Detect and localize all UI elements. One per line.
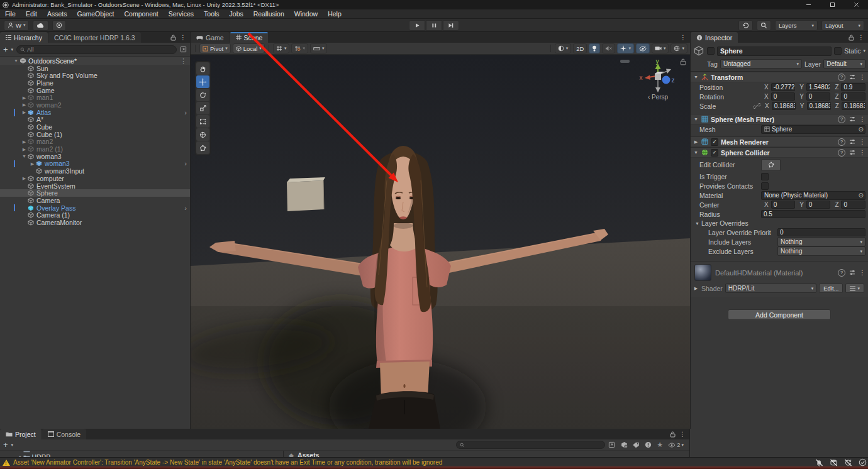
hierarchy-item-eventsystem[interactable]: EventSystem [0, 182, 190, 190]
hierarchy-item-outdoorsscene-[interactable]: ▼OutdoorsScene*⋮ [0, 57, 190, 65]
tab-console[interactable]: Console [42, 429, 87, 439]
expander-icon[interactable]: ▶ [21, 94, 28, 101]
expander-icon[interactable]: ▶ [29, 160, 36, 167]
pause-button[interactable] [426, 20, 442, 31]
edit-collider-tool-button[interactable] [196, 141, 209, 154]
rotation-y-field[interactable]: 0 [806, 92, 831, 101]
hierarchy-item-a-[interactable]: A* [0, 116, 190, 124]
grid-visibility-button[interactable]: ▾ [273, 43, 290, 53]
help-icon[interactable]: ? [838, 116, 845, 123]
menu-file[interactable]: File [0, 9, 21, 18]
hierarchy-item-man2-1-[interactable]: ▶man2 (1) [0, 145, 190, 153]
scene-menu-icon[interactable]: ⋮ [180, 58, 187, 64]
scene-visibility-button[interactable] [636, 43, 650, 53]
is-trigger-checkbox[interactable] [761, 173, 769, 180]
expander-icon[interactable]: ▼ [21, 153, 28, 160]
menu-edit[interactable]: Edit [21, 9, 42, 18]
hierarchy-item-sky-and-fog-volume[interactable]: Sky and Fog Volume [0, 72, 190, 79]
assets-breadcrumb[interactable]: Assets [298, 451, 319, 457]
tool-handle-rotation-dropdown[interactable]: Local▾ [233, 43, 265, 53]
project-folder-tree[interactable]: ▾ ▾ HDRP [0, 451, 283, 457]
hierarchy-item-computer[interactable]: ▶computer [0, 175, 190, 182]
foldout-icon[interactable]: ▶ [693, 140, 699, 145]
minimize-button[interactable] [796, 0, 820, 9]
help-icon[interactable]: ? [838, 74, 845, 81]
menu-help[interactable]: Help [323, 9, 347, 18]
hierarchy-item-woman2[interactable]: ▶woman2 [0, 101, 190, 109]
object-picker-icon[interactable]: ⊙ [859, 192, 864, 199]
hierarchy-item-cameramonitor[interactable]: CameraMonitor [0, 219, 190, 226]
open-search-window-icon[interactable] [608, 441, 615, 448]
lock-icon[interactable] [170, 35, 176, 41]
hierarchy-item-cube[interactable]: Cube [0, 123, 190, 131]
notifications-muted-icon[interactable] [815, 459, 823, 466]
menu-window[interactable]: Window [289, 9, 323, 18]
tab-inspector[interactable]: Inspector [691, 32, 738, 43]
position-z-field[interactable]: 0.9 [841, 83, 865, 91]
presets-icon[interactable] [849, 74, 855, 80]
mesh-renderer-component-header[interactable]: ▶ Mesh Renderer ?⋮ [691, 136, 868, 147]
scene-camera-dropdown[interactable]: ▾ [652, 43, 669, 53]
expander-icon[interactable]: ▶ [21, 138, 28, 145]
transform-tool-button[interactable] [196, 128, 209, 141]
scene-orientation-gizmo[interactable]: y x z ‹ Persp [636, 57, 680, 106]
status-warning-text[interactable]: Asset 'New Animator Controller': Transit… [13, 459, 442, 466]
layers-dropdown[interactable]: Layers▾ [775, 20, 818, 31]
lock-icon[interactable] [670, 431, 676, 438]
center-x-field[interactable]: 0 [771, 201, 796, 209]
provides-contacts-checkbox[interactable] [761, 182, 769, 190]
hierarchy-item-sun[interactable]: Sun [0, 65, 190, 72]
hierarchy-item-plane[interactable]: Plane [0, 79, 190, 87]
lock-icon[interactable] [680, 58, 686, 65]
expander-icon[interactable]: ▶ [21, 146, 28, 153]
scene-effects-dropdown[interactable]: ▾ [617, 43, 634, 53]
scene-menu-icon[interactable]: ⋮ [680, 34, 686, 41]
menu-services[interactable]: Services [164, 9, 199, 18]
mesh-object-field[interactable]: Sphere ⊙ [761, 125, 865, 134]
tab-scene[interactable]: Scene [230, 32, 269, 43]
link-scale-icon[interactable] [754, 103, 760, 109]
object-name-field[interactable]: Sphere [717, 47, 832, 56]
tab-hierarchy[interactable]: Hierarchy [0, 32, 48, 43]
hierarchy-item-woman3[interactable]: ▶woman3› [0, 160, 190, 168]
layout-dropdown[interactable]: Layout▾ [821, 20, 864, 31]
splitter-handle-icon[interactable]: ◆ [289, 451, 294, 457]
component-menu-icon[interactable]: ⋮ [859, 74, 865, 80]
expander-icon[interactable]: ▼ [13, 57, 19, 64]
services-button[interactable] [52, 20, 66, 31]
shader-menu-button[interactable]: ▾ [845, 284, 864, 293]
scale-z-field[interactable]: 0.18683 [842, 102, 865, 110]
object-picker-icon[interactable]: ⊙ [859, 126, 864, 133]
scale-x-field[interactable]: 0.18683 [772, 102, 796, 110]
cloud-button[interactable] [33, 20, 48, 31]
static-checkbox[interactable] [834, 47, 842, 55]
account-button[interactable]: W ▾ [4, 20, 29, 31]
radius-field[interactable]: 0.5 [761, 210, 865, 218]
package-visibility-icon[interactable] [621, 441, 628, 448]
hidden-count-toggle[interactable]: 2▾ [668, 441, 684, 448]
layer-dropdown[interactable]: Default▾ [823, 59, 865, 69]
shading-mode-dropdown[interactable]: ▾ [555, 43, 572, 53]
project-menu-icon[interactable]: ⋮ [679, 431, 686, 438]
hierarchy-item-man1[interactable]: ▶man1 [0, 94, 190, 101]
2d-mode-button[interactable]: 2D [573, 43, 587, 53]
hierarchy-search-input[interactable]: All [16, 45, 177, 54]
scene-audio-button[interactable] [602, 43, 615, 53]
shader-edit-button[interactable]: Edit... [819, 284, 843, 293]
sphere-collider-component-header[interactable]: ▼ Sphere Collider ?⋮ [691, 147, 868, 158]
exclude-layers-dropdown[interactable]: Nothing▾ [777, 246, 865, 256]
lock-icon[interactable] [849, 35, 854, 41]
inspector-menu-icon[interactable]: ⋮ [858, 34, 864, 41]
center-z-field[interactable]: 0 [841, 201, 865, 209]
menu-reallusion[interactable]: Reallusion [248, 9, 289, 18]
background-tasks-icon[interactable] [859, 458, 867, 466]
presets-icon[interactable] [849, 116, 855, 122]
foldout-icon[interactable]: ▼ [694, 221, 700, 226]
cache-server-disabled-icon[interactable] [830, 459, 838, 466]
active-checkbox[interactable] [707, 47, 715, 55]
expander-icon[interactable]: ▶ [21, 175, 28, 182]
transform-component-header[interactable]: ▼ Transform ?⋮ [691, 72, 868, 82]
hierarchy-item-man2[interactable]: ▶man2 [0, 138, 190, 146]
menu-component[interactable]: Component [119, 9, 163, 18]
menu-gameobject[interactable]: GameObject [72, 9, 120, 18]
